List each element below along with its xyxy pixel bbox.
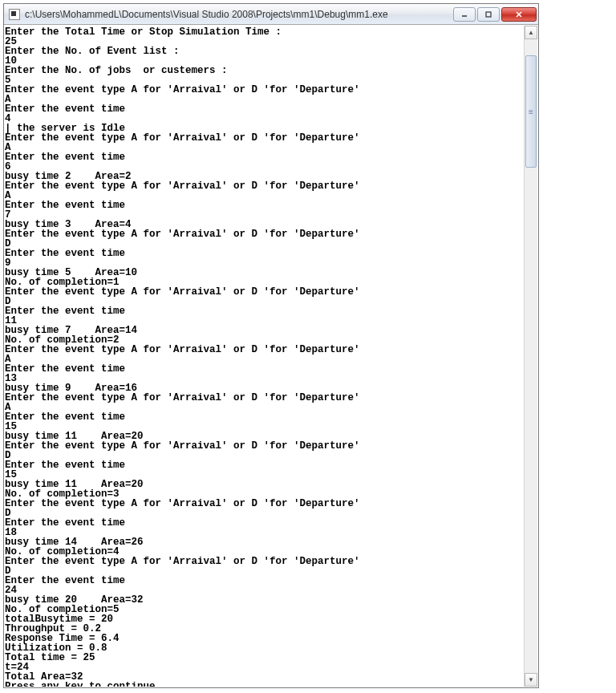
- scroll-up-button[interactable]: ▲: [525, 26, 537, 39]
- scroll-track[interactable]: [525, 39, 537, 673]
- maximize-button[interactable]: [477, 7, 500, 22]
- window-title: c:\Users\MohammedL\Documents\Visual Stud…: [25, 9, 452, 20]
- scroll-down-button[interactable]: ▼: [525, 673, 537, 687]
- svg-rect-1: [486, 12, 491, 17]
- console-window: c:\Users\MohammedL\Documents\Visual Stud…: [3, 3, 539, 688]
- titlebar[interactable]: c:\Users\MohammedL\Documents\Visual Stud…: [4, 4, 538, 25]
- minimize-button[interactable]: [453, 7, 476, 22]
- close-button[interactable]: [501, 7, 537, 22]
- vertical-scrollbar[interactable]: ▲ ▼: [524, 26, 537, 687]
- scroll-thumb[interactable]: [525, 55, 537, 168]
- client-area: Enter the Total Time or Stop Simulation …: [5, 26, 537, 687]
- console-output[interactable]: Enter the Total Time or Stop Simulation …: [5, 26, 524, 687]
- app-icon: [9, 9, 20, 20]
